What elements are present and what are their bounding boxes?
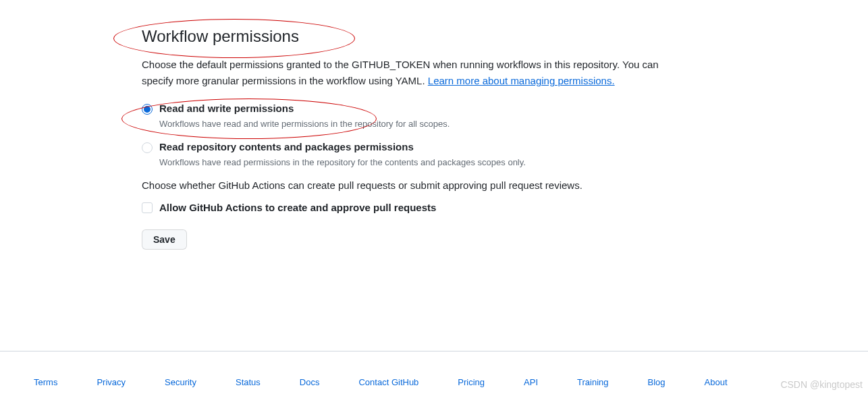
workflow-permissions-section: Workflow permissions Choose the default … [0, 0, 675, 250]
radio-label-read-write[interactable]: Read and write permissions [159, 103, 294, 114]
footer-link-security[interactable]: Security [165, 377, 196, 387]
radio-desc-read-write: Workflows have read and write permission… [159, 119, 675, 129]
save-button[interactable]: Save [142, 229, 187, 250]
radio-read-only[interactable] [142, 142, 153, 153]
footer-link-docs[interactable]: Docs [300, 377, 320, 387]
footer-link-training[interactable]: Training [577, 377, 608, 387]
radio-option-read-only[interactable]: Read repository contents and packages pe… [142, 141, 675, 153]
section-heading: Workflow permissions [142, 27, 675, 46]
checkbox-label-allow-pr[interactable]: Allow GitHub Actions to create and appro… [159, 202, 436, 213]
radio-label-read-only[interactable]: Read repository contents and packages pe… [159, 141, 414, 152]
radio-desc-read-only: Workflows have read permissions in the r… [159, 157, 675, 167]
radio-read-write[interactable] [142, 104, 153, 115]
footer-link-pricing[interactable]: Pricing [458, 377, 485, 387]
footer-link-terms[interactable]: Terms [34, 377, 57, 387]
permissions-radio-group: Read and write permissions Workflows hav… [142, 103, 675, 167]
watermark-text: CSDN @kingtopest [780, 379, 863, 390]
section-description: Choose the default permissions granted t… [142, 57, 675, 89]
footer-link-api[interactable]: API [524, 377, 538, 387]
radio-option-read-write[interactable]: Read and write permissions [142, 103, 675, 115]
checkbox-row-allow-pr[interactable]: Allow GitHub Actions to create and appro… [142, 202, 675, 213]
footer-link-blog[interactable]: Blog [648, 377, 666, 387]
checkbox-allow-pr[interactable] [142, 202, 153, 213]
footer-nav: Terms Privacy Security Status Docs Conta… [0, 351, 868, 394]
learn-more-link[interactable]: Learn more about managing permissions. [428, 75, 615, 86]
footer-link-about[interactable]: About [705, 377, 728, 387]
checkbox-section-description: Choose whether GitHub Actions can create… [142, 179, 675, 191]
footer-link-status[interactable]: Status [236, 377, 261, 387]
footer-link-contact[interactable]: Contact GitHub [358, 377, 418, 387]
footer-link-privacy[interactable]: Privacy [97, 377, 126, 387]
